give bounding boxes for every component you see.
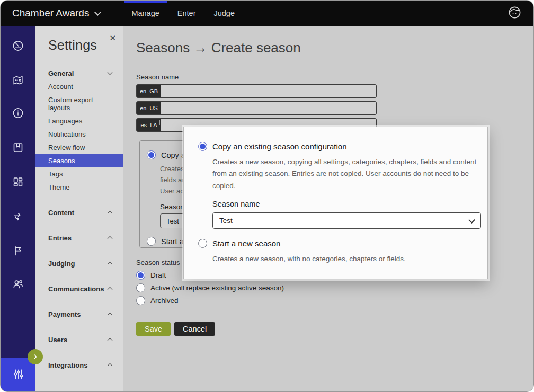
gauge-icon[interactable] bbox=[12, 39, 25, 55]
radio-copy-season[interactable] bbox=[147, 150, 156, 159]
save-button[interactable]: Save bbox=[136, 322, 171, 336]
copy-season-label: Copy an existing season configuration bbox=[212, 142, 347, 151]
status-draft-label: Draft bbox=[150, 271, 166, 279]
nav-group-label: Content bbox=[48, 209, 74, 217]
radio-active[interactable] bbox=[136, 283, 145, 292]
nav-group-label: Judging bbox=[48, 260, 75, 268]
top-bar: Chamber Awards Manage Enter Judge bbox=[1, 1, 533, 26]
tab-judge[interactable]: Judge bbox=[204, 1, 244, 26]
map-icon[interactable] bbox=[12, 74, 25, 89]
tab-enter[interactable]: Enter bbox=[168, 1, 205, 26]
expand-sidebar-button[interactable] bbox=[28, 349, 43, 364]
radio-archived[interactable] bbox=[136, 296, 145, 305]
chevron-up-icon bbox=[108, 363, 113, 369]
info-icon[interactable] bbox=[12, 106, 25, 122]
nav-group-content[interactable]: Content bbox=[35, 206, 123, 219]
status-option-active[interactable]: Active (will replace existing active sea… bbox=[136, 283, 533, 292]
account-avatar-icon[interactable] bbox=[508, 5, 522, 22]
copy-season-description: Creates a new season, copying all settin… bbox=[212, 156, 480, 192]
nav-group-payments[interactable]: Payments bbox=[35, 308, 123, 321]
create-season-modal: Copy an existing season configuration Cr… bbox=[183, 127, 488, 279]
nav-group-label: Entries bbox=[48, 234, 72, 242]
chevron-up-icon bbox=[108, 313, 113, 318]
chevron-up-icon bbox=[108, 211, 113, 216]
top-navigation: Manage Enter Judge bbox=[122, 1, 244, 26]
nav-group-label: Payments bbox=[48, 310, 81, 318]
nav-group-entries[interactable]: Entries bbox=[35, 231, 123, 245]
nav-group-general[interactable]: General bbox=[35, 67, 123, 80]
season-select-label: Season name bbox=[212, 200, 475, 208]
nav-item-seasons[interactable]: Seasons bbox=[35, 154, 123, 167]
icon-rail bbox=[1, 26, 35, 392]
nav-group-integrations[interactable]: Integrations bbox=[35, 359, 123, 372]
radio-copy-season[interactable] bbox=[198, 142, 207, 151]
nav-item-account[interactable]: Account bbox=[35, 80, 123, 93]
chevron-up-icon bbox=[108, 236, 113, 242]
status-active-label: Active (will replace existing active sea… bbox=[150, 284, 284, 292]
workspace-switcher[interactable]: Chamber Awards bbox=[12, 7, 100, 19]
chevron-down-icon bbox=[108, 70, 113, 75]
nav-group-label: Communications bbox=[48, 285, 104, 293]
nav-group-label: Integrations bbox=[48, 361, 87, 369]
radio-new-season[interactable] bbox=[147, 237, 156, 246]
season-name-input-en-gb[interactable] bbox=[161, 85, 376, 97]
tab-manage[interactable]: Manage bbox=[122, 1, 168, 26]
season-name-label: Season name bbox=[136, 73, 533, 81]
season-name-row-en-us: en_US bbox=[136, 101, 377, 115]
nav-group-label: General bbox=[48, 69, 74, 77]
season-select-dropdown[interactable]: Test bbox=[212, 212, 481, 229]
nav-item-tags[interactable]: Tags bbox=[35, 167, 123, 181]
sliders-icon bbox=[11, 367, 25, 384]
nav-group-judging[interactable]: Judging bbox=[35, 257, 123, 270]
cancel-button[interactable]: Cancel bbox=[174, 322, 215, 336]
radio-draft[interactable] bbox=[136, 271, 145, 280]
nav-item-languages[interactable]: Languages bbox=[35, 114, 123, 128]
nav-group-label: Users bbox=[48, 336, 67, 344]
nav-item-theme[interactable]: Theme bbox=[35, 181, 123, 194]
users-icon[interactable] bbox=[12, 278, 25, 293]
nav-group-communications[interactable]: Communications bbox=[35, 282, 123, 296]
bookmark-icon[interactable] bbox=[12, 141, 25, 156]
app-window: Chamber Awards Manage Enter Judge bbox=[0, 0, 534, 392]
new-season-label: Start a new season bbox=[212, 239, 280, 248]
nav-item-review-flow[interactable]: Review flow bbox=[35, 141, 123, 154]
nav-group-users[interactable]: Users bbox=[35, 333, 123, 346]
forward-icon[interactable] bbox=[12, 210, 25, 226]
locale-tag: en_US bbox=[137, 102, 161, 114]
chevron-up-icon bbox=[108, 262, 113, 267]
nav-item-custom-export-layouts[interactable]: Custom export layouts bbox=[35, 93, 123, 114]
settings-nav: General Account Custom export layouts La… bbox=[35, 67, 123, 372]
modal-copy-season-option[interactable]: Copy an existing season configuration bbox=[198, 142, 475, 151]
season-select-value: Test bbox=[166, 217, 179, 225]
close-icon[interactable]: ✕ bbox=[106, 32, 119, 44]
season-name-row-en-gb: en_GB bbox=[136, 84, 377, 98]
radio-new-season[interactable] bbox=[198, 239, 207, 248]
workspace-name: Chamber Awards bbox=[12, 7, 89, 19]
locale-tag: en_GB bbox=[137, 85, 161, 97]
chevron-up-icon bbox=[108, 338, 113, 343]
flag-icon[interactable] bbox=[12, 244, 25, 260]
settings-panel: ✕ Settings General Account Custom export… bbox=[35, 26, 123, 392]
chevron-down-icon bbox=[95, 9, 102, 16]
season-name-input-en-us[interactable] bbox=[161, 102, 376, 114]
new-season-description: Creates a new season, with no categories… bbox=[212, 253, 480, 265]
season-select-value: Test bbox=[219, 217, 233, 225]
status-archived-label: Archived bbox=[150, 297, 179, 305]
page-title: Seasons → Create season bbox=[136, 40, 533, 56]
status-option-archived[interactable]: Archived bbox=[136, 296, 533, 305]
dashboard-icon[interactable] bbox=[12, 175, 25, 191]
nav-item-notifications[interactable]: Notifications bbox=[35, 128, 123, 141]
chevron-up-icon bbox=[108, 287, 113, 292]
modal-new-season-option[interactable]: Start a new season bbox=[198, 239, 475, 248]
chevron-down-icon bbox=[468, 217, 475, 224]
locale-tag: es_LA bbox=[137, 119, 161, 131]
